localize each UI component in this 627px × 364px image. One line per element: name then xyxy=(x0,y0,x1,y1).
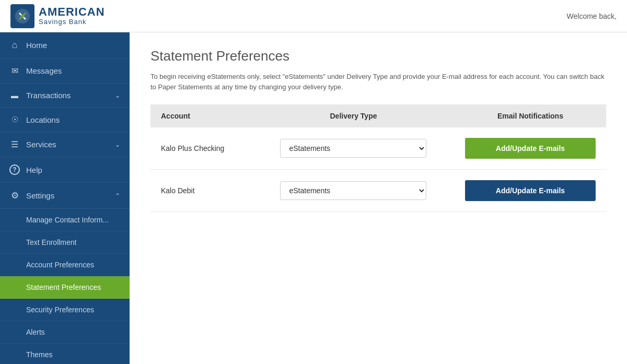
sidebar-sub-item-alerts[interactable]: Alerts xyxy=(0,321,130,344)
sidebar-item-services[interactable]: Services ⌄ xyxy=(0,132,130,157)
sidebar-item-transactions[interactable]: Transactions ⌄ xyxy=(0,84,130,108)
card-icon xyxy=(9,91,20,100)
sub-item-label: Account Preferences xyxy=(26,261,94,269)
page-title: Statement Preferences xyxy=(150,48,606,64)
sidebar-item-label: Transactions xyxy=(26,91,109,100)
main-content: Statement Preferences To begin receiving… xyxy=(130,32,627,364)
col-header-email: Email Notifications xyxy=(455,104,606,127)
sidebar-item-label: Locations xyxy=(26,115,120,124)
preferences-table: Account Delivery Type Email Notification… xyxy=(150,104,606,212)
account-name-1: Kalo Plus Checking xyxy=(150,127,252,170)
sub-item-label: Alerts xyxy=(26,328,45,336)
email-notifications-cell-2: Add/Update E-mails xyxy=(455,170,606,212)
logo-icon xyxy=(10,4,34,28)
sub-item-label: Themes xyxy=(26,350,53,359)
welcome-text: Welcome back, xyxy=(567,12,617,20)
add-update-emails-button-2[interactable]: Add/Update E-mails xyxy=(465,180,596,201)
page-description: To begin receiving eStatements only, sel… xyxy=(150,72,606,92)
sidebar-item-home[interactable]: Home xyxy=(0,32,130,58)
sub-item-label: Text Enrollment xyxy=(26,238,76,246)
sidebar-item-label: Home xyxy=(26,41,120,50)
home-icon xyxy=(9,40,20,51)
sidebar-item-locations[interactable]: ☉ Locations xyxy=(0,108,130,132)
sidebar-sub-item-manage-contact[interactable]: Manage Contact Inform... xyxy=(0,209,130,231)
table-header-row: Account Delivery Type Email Notification… xyxy=(150,104,606,127)
sidebar-item-label: Messages xyxy=(26,66,120,75)
help-icon: ? xyxy=(9,165,20,175)
email-notifications-cell-1: Add/Update E-mails xyxy=(455,127,606,170)
logo-text: AMERICAN Savings Bank xyxy=(39,6,105,26)
sidebar-sub-item-statement-preferences[interactable]: Statement Preferences xyxy=(0,276,130,299)
delivery-type-select-1[interactable]: eStatements Paper Statements xyxy=(280,139,426,158)
sub-item-label: Manage Contact Inform... xyxy=(26,216,109,224)
account-name-2: Kalo Debit xyxy=(150,170,252,212)
sidebar: Home Messages Transactions ⌄ ☉ Locations… xyxy=(0,32,130,364)
delivery-type-cell-2: eStatements Paper Statements xyxy=(252,170,455,212)
sidebar-item-label: Settings xyxy=(26,191,109,200)
col-header-delivery: Delivery Type xyxy=(252,104,455,127)
sidebar-sub-item-account-preferences[interactable]: Account Preferences xyxy=(0,254,130,276)
chevron-down-icon: ⌄ xyxy=(115,92,120,99)
logo-area: AMERICAN Savings Bank xyxy=(10,4,105,28)
mail-icon xyxy=(9,66,20,76)
delivery-type-cell-1: eStatements Paper Statements xyxy=(252,127,455,170)
sidebar-item-label: Services xyxy=(26,140,109,149)
table-row: Kalo Debit eStatements Paper Statements … xyxy=(150,170,606,212)
logo-savings: Savings Bank xyxy=(39,18,105,26)
svg-point-3 xyxy=(21,15,24,18)
chevron-down-icon: ⌄ xyxy=(115,141,120,148)
header: AMERICAN Savings Bank Welcome back, xyxy=(0,0,627,32)
pin-icon: ☉ xyxy=(9,115,20,124)
gear-icon xyxy=(9,190,20,201)
sub-item-label: Security Preferences xyxy=(26,306,94,314)
logo-american: AMERICAN xyxy=(39,6,105,18)
col-header-account: Account xyxy=(150,104,252,127)
delivery-type-select-2[interactable]: eStatements Paper Statements xyxy=(280,181,426,200)
sub-item-label: Statement Preferences xyxy=(26,283,101,291)
add-update-emails-button-1[interactable]: Add/Update E-mails xyxy=(465,138,596,159)
table-row: Kalo Plus Checking eStatements Paper Sta… xyxy=(150,127,606,170)
chevron-up-icon: ⌃ xyxy=(115,192,120,199)
menu-icon xyxy=(9,139,20,149)
sidebar-sub-item-text-enrollment[interactable]: Text Enrollment xyxy=(0,231,130,254)
sidebar-item-label: Help xyxy=(26,166,120,174)
sidebar-item-settings[interactable]: Settings ⌃ xyxy=(0,183,130,209)
sidebar-item-help[interactable]: ? Help xyxy=(0,157,130,183)
sidebar-item-messages[interactable]: Messages xyxy=(0,58,130,84)
main-layout: Home Messages Transactions ⌄ ☉ Locations… xyxy=(0,32,627,364)
sidebar-sub-item-themes[interactable]: Themes xyxy=(0,344,130,364)
sidebar-sub-item-security-preferences[interactable]: Security Preferences xyxy=(0,299,130,321)
